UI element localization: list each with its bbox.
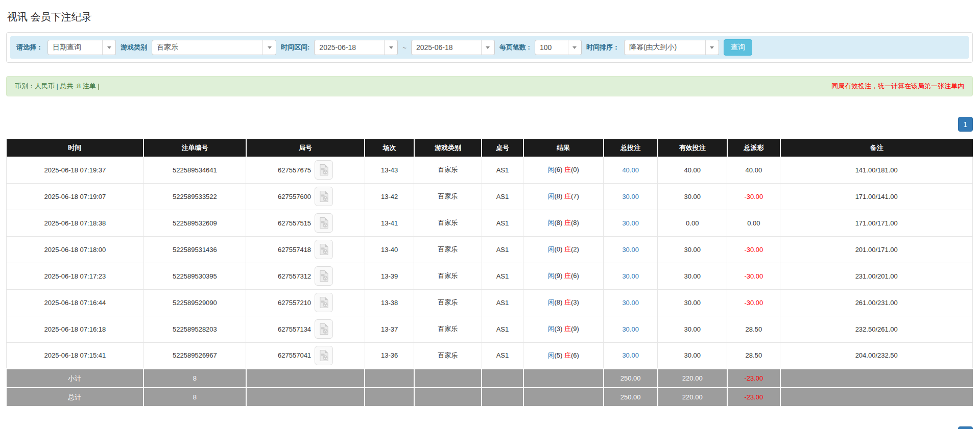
result-player: 闲 — [547, 272, 554, 280]
per-page-dropdown-button[interactable] — [568, 40, 582, 55]
total-bet-link[interactable]: 30.00 — [622, 325, 639, 333]
cell-game: 百家乐 — [414, 183, 482, 210]
page-button[interactable]: 1 — [958, 117, 973, 132]
per-page-value[interactable]: 100 — [535, 40, 568, 55]
video-replay-button[interactable] — [315, 293, 333, 312]
cell-total-bet: 30.00 — [604, 236, 658, 263]
total-bet-link[interactable]: 30.00 — [622, 351, 639, 359]
cell-remark: 171.00/141.00 — [780, 183, 973, 210]
query-type-value[interactable]: 日期查询 — [47, 40, 103, 55]
game-type-select[interactable]: 百家乐 — [152, 40, 276, 55]
date-to-dropdown-button[interactable] — [481, 40, 495, 55]
time-sort-value[interactable]: 降幂(由大到小) — [624, 40, 706, 55]
result-banker: 庄 — [564, 298, 571, 306]
cell-session: 13-41 — [365, 210, 414, 236]
cell-table-no: AS1 — [482, 289, 523, 316]
column-header-10: 备注 — [780, 139, 973, 157]
search-button[interactable]: 查询 — [724, 39, 752, 56]
cell-round: 627557600 — [246, 183, 365, 210]
valid-bet-note: 同局有效投注，统一计算在该局第一张注单内 — [831, 82, 964, 91]
date-from-value[interactable]: 2025-06-18 — [314, 40, 385, 55]
video-record-icon — [319, 323, 329, 335]
game-type-dropdown-button[interactable] — [262, 40, 276, 55]
per-page-select[interactable]: 100 — [535, 40, 582, 55]
cell-total-bet: 30.00 — [604, 183, 658, 210]
total-bet-link[interactable]: 30.00 — [622, 219, 639, 227]
cell-time: 2025-06-18 07:16:44 — [7, 289, 144, 316]
video-replay-button[interactable] — [315, 213, 333, 233]
column-header-6: 结果 — [523, 139, 604, 157]
total-bet-link[interactable]: 30.00 — [622, 193, 639, 200]
time-sort-dropdown-button[interactable] — [705, 40, 719, 55]
result-player: 闲 — [547, 325, 554, 333]
date-range-tilde: ~ — [402, 44, 407, 52]
video-replay-button[interactable] — [315, 319, 333, 339]
total-bet-link[interactable]: 40.00 — [622, 166, 639, 174]
filter-bar: 请选择： 日期查询 游戏类别 百家乐 时间区间: 2025-06-18 ~ 20… — [10, 36, 969, 59]
table-row: 2025-06-18 07:18:38522589532609627557515… — [7, 210, 973, 236]
result-player: 闲 — [547, 245, 554, 253]
date-to-value[interactable]: 2025-06-18 — [411, 40, 482, 55]
column-header-3: 场次 — [365, 139, 414, 157]
video-replay-button[interactable] — [315, 240, 333, 259]
query-type-dropdown-button[interactable] — [102, 40, 116, 55]
round-number: 627557418 — [278, 246, 311, 254]
cell-table-no: AS1 — [482, 183, 523, 210]
video-record-icon — [319, 296, 329, 309]
page-button-bottom[interactable]: 1 — [958, 426, 973, 429]
cell-game: 百家乐 — [414, 342, 482, 369]
cell-game: 百家乐 — [414, 289, 482, 316]
cell-payout: 28.50 — [727, 342, 780, 369]
cell-remark: 231.00/201.00 — [780, 263, 973, 289]
video-record-icon — [319, 243, 329, 256]
round-number: 627557210 — [278, 299, 311, 307]
date-from-dropdown-button[interactable] — [384, 40, 398, 55]
result-banker: 庄 — [564, 325, 571, 333]
date-from-select[interactable]: 2025-06-18 — [314, 40, 398, 55]
cell-time: 2025-06-18 07:18:00 — [7, 236, 144, 263]
caret-down-icon — [268, 46, 272, 49]
round-number: 627557515 — [278, 219, 311, 227]
cell-table-no: AS1 — [482, 342, 523, 369]
table-body: 2025-06-18 07:19:37522589534641627557675… — [7, 157, 973, 407]
cell-session: 13-43 — [365, 157, 414, 183]
cell-round: 627557515 — [246, 210, 365, 236]
time-sort-select[interactable]: 降幂(由大到小) — [624, 40, 719, 55]
per-page-label: 每页笔数 : — [499, 43, 530, 52]
cell-result: 闲(8) 庄(8) — [523, 210, 604, 236]
cell-session: 13-36 — [365, 342, 414, 369]
sum-payout: -23.00 — [727, 369, 780, 388]
total-bet-link[interactable]: 30.00 — [622, 299, 639, 307]
cell-total-bet: 30.00 — [604, 289, 658, 316]
video-replay-button[interactable] — [315, 187, 333, 206]
cell-session: 13-39 — [365, 263, 414, 289]
video-replay-button[interactable] — [315, 266, 333, 286]
sum-total-bet: 250.00 — [604, 369, 658, 388]
cell-table-no: AS1 — [482, 210, 523, 236]
column-header-1: 注单编号 — [144, 139, 246, 157]
cell-valid-bet: 40.00 — [658, 157, 727, 183]
cell-result: 闲(6) 庄(0) — [523, 157, 604, 183]
caret-down-icon — [107, 46, 111, 49]
query-type-select[interactable]: 日期查询 — [47, 40, 116, 55]
cell-round: 627557041 — [246, 342, 365, 369]
date-to-select[interactable]: 2025-06-18 — [411, 40, 495, 55]
round-number: 627557041 — [278, 351, 311, 359]
cell-total-bet: 30.00 — [604, 316, 658, 342]
pagination-bottom: 1 — [6, 426, 973, 429]
cell-round: 627557134 — [246, 316, 365, 342]
column-header-8: 有效投注 — [658, 139, 727, 157]
table-row: 2025-06-18 07:18:00522589531436627557418… — [7, 236, 973, 263]
total-bet-link[interactable]: 30.00 — [622, 246, 639, 254]
caret-down-icon — [572, 46, 577, 49]
cell-bet-id: 522589531436 — [144, 236, 246, 263]
caret-down-icon — [486, 46, 490, 49]
pagination-top: 1 — [6, 117, 973, 132]
total-bet-link[interactable]: 30.00 — [622, 272, 639, 280]
column-header-9: 总派彩 — [727, 139, 780, 157]
round-number: 627557312 — [278, 272, 311, 280]
game-type-value[interactable]: 百家乐 — [152, 40, 263, 55]
cell-valid-bet: 30.00 — [658, 263, 727, 289]
video-replay-button[interactable] — [315, 346, 333, 365]
video-replay-button[interactable] — [315, 160, 333, 180]
